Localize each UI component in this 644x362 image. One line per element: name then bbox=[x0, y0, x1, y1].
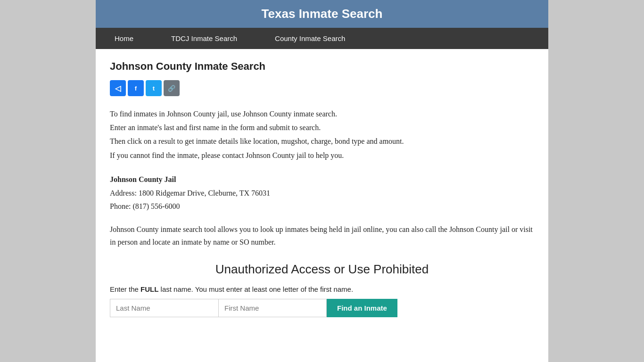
address-label: Address: bbox=[110, 189, 137, 197]
twitter-icon: t bbox=[153, 85, 155, 92]
instruction-prefix: Enter the bbox=[110, 285, 140, 293]
nav-item-tdcj[interactable]: TDCJ Inmate Search bbox=[152, 28, 256, 49]
site-header: Texas Inmate Search bbox=[96, 0, 548, 28]
page-heading: Johnson County Inmate Search bbox=[110, 60, 534, 73]
share-button[interactable]: ◁ bbox=[110, 80, 126, 96]
share-icon: ◁ bbox=[115, 84, 121, 93]
instruction-suffix: last name. You must enter at least one l… bbox=[158, 285, 353, 293]
twitter-button[interactable]: t bbox=[146, 80, 162, 96]
search-form: Find an Inmate bbox=[110, 299, 534, 317]
phone-value: (817) 556-6000 bbox=[132, 202, 180, 210]
main-nav: Home TDCJ Inmate Search County Inmate Se… bbox=[96, 28, 548, 49]
main-content: Johnson County Inmate Search ◁ f t 🔗 To … bbox=[96, 49, 548, 336]
social-share-bar: ◁ f t 🔗 bbox=[110, 80, 534, 96]
desc-line-3: Then click on a result to get inmate det… bbox=[110, 135, 534, 148]
search-title: Unauthorized Access or Use Prohibited bbox=[110, 262, 534, 277]
jail-info: Johnson County Jail Address: 1800 Ridgem… bbox=[110, 173, 534, 214]
instruction-bold: FULL bbox=[140, 285, 158, 293]
description-block: To find inmates in Johnson County jail, … bbox=[110, 107, 534, 162]
nav-item-home[interactable]: Home bbox=[96, 28, 152, 49]
search-instruction: Enter the FULL last name. You must enter… bbox=[110, 285, 534, 293]
nav-item-county[interactable]: County Inmate Search bbox=[256, 28, 364, 49]
extra-description: Johnson County inmate search tool allows… bbox=[110, 223, 534, 248]
copy-link-button[interactable]: 🔗 bbox=[164, 80, 180, 96]
address-value: 1800 Ridgemar Drive, Cleburne, TX 76031 bbox=[139, 189, 270, 197]
facebook-icon: f bbox=[135, 85, 137, 92]
first-name-input[interactable] bbox=[218, 299, 327, 317]
site-title: Texas Inmate Search bbox=[105, 7, 539, 21]
search-section: Unauthorized Access or Use Prohibited En… bbox=[110, 262, 534, 317]
jail-name: Johnson County Jail bbox=[110, 175, 176, 183]
jail-phone: Phone: (817) 556-6000 bbox=[110, 200, 534, 214]
facebook-button[interactable]: f bbox=[128, 80, 144, 96]
phone-label: Phone: bbox=[110, 202, 131, 210]
desc-line-4: If you cannot find the inmate, please co… bbox=[110, 149, 534, 162]
last-name-input[interactable] bbox=[110, 299, 218, 317]
link-icon: 🔗 bbox=[168, 85, 175, 92]
desc-line-1: To find inmates in Johnson County jail, … bbox=[110, 107, 534, 120]
find-inmate-button[interactable]: Find an Inmate bbox=[327, 299, 397, 317]
desc-line-2: Enter an inmate's last and first name in… bbox=[110, 121, 534, 134]
jail-address: Address: 1800 Ridgemar Drive, Cleburne, … bbox=[110, 187, 534, 200]
